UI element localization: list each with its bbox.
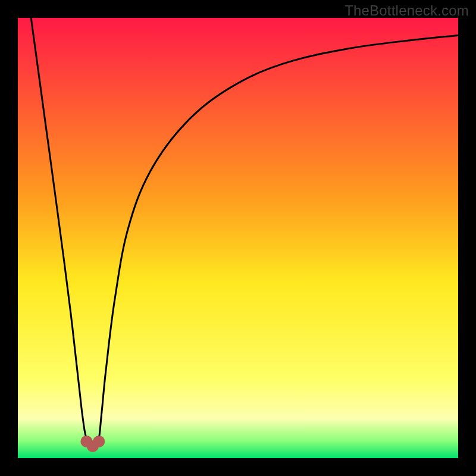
watermark-text: TheBottleneck.com: [345, 2, 469, 19]
chart-frame: TheBottleneck.com: [0, 0, 476, 476]
marker-min-right: [93, 436, 105, 447]
plot-svg: [18, 18, 458, 458]
plot-area: [18, 18, 458, 458]
